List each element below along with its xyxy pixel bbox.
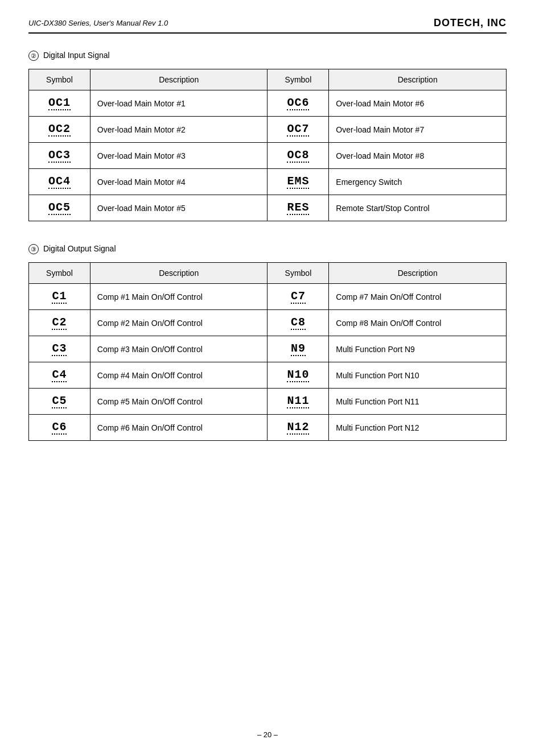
sym-cell-right: OC7 (268, 117, 329, 143)
sym-cell-right: RES (268, 195, 329, 221)
symbol-text: C2 (52, 316, 67, 330)
desc-cell-left: Over-load Main Motor #1 (90, 90, 268, 117)
section2-label: ② Digital Input Signal (28, 51, 507, 61)
col4-header: Description (329, 69, 507, 90)
digital-input-table: Symbol Description Symbol Description OC… (28, 69, 507, 221)
desc-cell-left: Over-load Main Motor #5 (90, 195, 268, 221)
section3-title: Digital Output Signal (43, 244, 116, 253)
sym-cell-left: C1 (29, 284, 90, 310)
section2-title: Digital Input Signal (43, 51, 110, 60)
sym-cell-right: C8 (268, 310, 329, 336)
sym-cell-left: OC5 (29, 195, 90, 221)
desc-cell-left: Over-load Main Motor #3 (90, 143, 268, 169)
desc-cell-right: Emergency Switch (329, 169, 507, 195)
sym-cell-left: C3 (29, 336, 90, 362)
desc-cell-left: Comp #4 Main On/Off Control (90, 362, 268, 389)
symbol-text: OC5 (48, 201, 71, 215)
desc-cell-right: Comp #7 Main On/Off Control (329, 284, 507, 310)
table-row: C6 Comp #6 Main On/Off Control N12 Multi… (29, 415, 507, 441)
desc-cell-right: Multi Function Port N9 (329, 336, 507, 362)
symbol-text: C3 (52, 342, 67, 356)
page-number: – 20 – (257, 730, 278, 739)
sym-cell-right: OC6 (268, 90, 329, 117)
desc-cell-right: Over-load Main Motor #6 (329, 90, 507, 117)
symbol-text: N10 (287, 368, 309, 382)
desc-cell-left: Comp #5 Main On/Off Control (90, 389, 268, 415)
symbol-text: OC2 (48, 122, 71, 137)
symbol-text: OC7 (287, 122, 309, 137)
header-left-text: UIC-DX380 Series, User's Manual Rev 1.0 (28, 19, 168, 27)
symbol-text: N9 (291, 342, 306, 356)
table-row: C3 Comp #3 Main On/Off Control N9 Multi … (29, 336, 507, 362)
symbol-text: C1 (52, 290, 67, 304)
section-digital-output: ③ Digital Output Signal Symbol Descripti… (28, 244, 507, 441)
section3-label: ③ Digital Output Signal (28, 244, 507, 254)
symbol-text: C5 (52, 394, 67, 408)
desc-cell-left: Over-load Main Motor #2 (90, 117, 268, 143)
symbol-text: C8 (291, 316, 306, 330)
symbol-text: C6 (52, 420, 67, 435)
sym-cell-right: N11 (268, 389, 329, 415)
symbol-text: OC6 (287, 96, 309, 110)
sym-cell-right: EMS (268, 169, 329, 195)
table-row: OC2 Over-load Main Motor #2 OC7 Over-loa… (29, 117, 507, 143)
sym-cell-left: C5 (29, 389, 90, 415)
sym-cell-left: OC4 (29, 169, 90, 195)
symbol-text: OC8 (287, 148, 309, 163)
symbol-text: EMS (287, 175, 309, 189)
sym-cell-right: N12 (268, 415, 329, 441)
sym-cell-left: OC1 (29, 90, 90, 117)
sym-cell-left: OC3 (29, 143, 90, 169)
table-row: C2 Comp #2 Main On/Off Control C8 Comp #… (29, 310, 507, 336)
desc-cell-left: Comp #3 Main On/Off Control (90, 336, 268, 362)
sym-cell-left: C4 (29, 362, 90, 389)
desc-cell-left: Comp #6 Main On/Off Control (90, 415, 268, 441)
desc-cell-right: Multi Function Port N10 (329, 362, 507, 389)
out-col4-header: Description (329, 263, 507, 284)
symbol-text: OC1 (48, 96, 71, 110)
desc-cell-left: Comp #1 Main On/Off Control (90, 284, 268, 310)
table-row: C4 Comp #4 Main On/Off Control N10 Multi… (29, 362, 507, 389)
desc-cell-right: Comp #8 Main On/Off Control (329, 310, 507, 336)
col2-header: Description (90, 69, 268, 90)
digital-output-table: Symbol Description Symbol Description C1… (28, 262, 507, 441)
desc-cell-right: Multi Function Port N12 (329, 415, 507, 441)
page-header: UIC-DX380 Series, User's Manual Rev 1.0 … (28, 17, 507, 34)
page: UIC-DX380 Series, User's Manual Rev 1.0 … (0, 0, 535, 756)
sym-cell-right: N10 (268, 362, 329, 389)
table-header-row: Symbol Description Symbol Description (29, 69, 507, 90)
desc-cell-right: Multi Function Port N11 (329, 389, 507, 415)
sym-cell-right: OC8 (268, 143, 329, 169)
page-footer: – 20 – (0, 730, 535, 739)
symbol-text: N11 (287, 394, 309, 408)
symbol-text: N12 (287, 420, 309, 435)
out-col1-header: Symbol (29, 263, 90, 284)
section-digital-input: ② Digital Input Signal Symbol Descriptio… (28, 51, 507, 221)
table-row: C5 Comp #5 Main On/Off Control N11 Multi… (29, 389, 507, 415)
out-col2-header: Description (90, 263, 268, 284)
symbol-text: OC4 (48, 175, 71, 189)
table-row: OC1 Over-load Main Motor #1 OC6 Over-loa… (29, 90, 507, 117)
symbol-text: RES (287, 201, 309, 215)
desc-cell-left: Over-load Main Motor #4 (90, 169, 268, 195)
table-row: C1 Comp #1 Main On/Off Control C7 Comp #… (29, 284, 507, 310)
table-row: OC3 Over-load Main Motor #3 OC8 Over-loa… (29, 143, 507, 169)
sym-cell-left: OC2 (29, 117, 90, 143)
out-col3-header: Symbol (268, 263, 329, 284)
desc-cell-right: Remote Start/Stop Control (329, 195, 507, 221)
desc-cell-right: Over-load Main Motor #7 (329, 117, 507, 143)
sym-cell-right: N9 (268, 336, 329, 362)
table-row: OC5 Over-load Main Motor #5 RES Remote S… (29, 195, 507, 221)
header-right-text: DOTECH, INC (434, 17, 507, 29)
col3-header: Symbol (268, 69, 329, 90)
sym-cell-left: C2 (29, 310, 90, 336)
desc-cell-right: Over-load Main Motor #8 (329, 143, 507, 169)
desc-cell-left: Comp #2 Main On/Off Control (90, 310, 268, 336)
sym-cell-right: C7 (268, 284, 329, 310)
section3-circle: ③ (28, 244, 39, 254)
symbol-text: C4 (52, 368, 67, 382)
symbol-text: C7 (291, 290, 306, 304)
section2-circle: ② (28, 51, 39, 61)
sym-cell-left: C6 (29, 415, 90, 441)
output-table-header-row: Symbol Description Symbol Description (29, 263, 507, 284)
